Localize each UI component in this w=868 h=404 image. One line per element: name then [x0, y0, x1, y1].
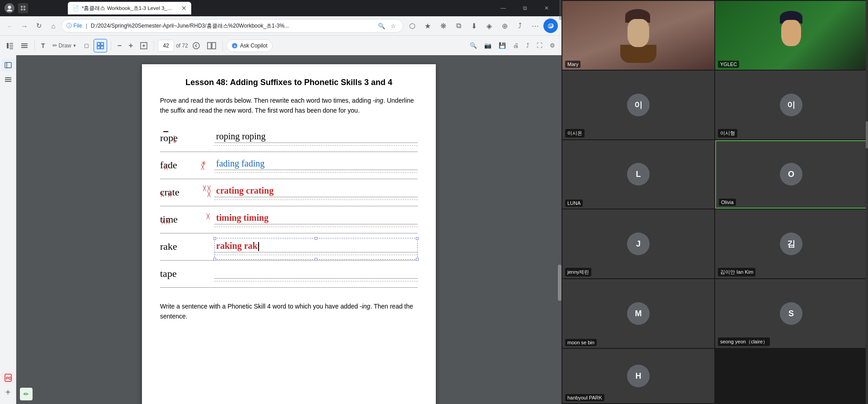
tab-title: *홈클래스 Workbook_초1-3 Level 3_최종.pdf: [82, 5, 177, 12]
participants-grid: Mary YGLEC 이 이시온 이 이시형: [561, 0, 868, 404]
edge-icon[interactable]: [543, 19, 558, 33]
page-number-input[interactable]: 42: [158, 40, 174, 52]
table-row: crate ╳ ╳ ╳ ╳ ╳ crating crating: [160, 179, 418, 206]
word-label: fade ✳ ╳ ╳: [160, 159, 214, 171]
participant-avatar: 이: [562, 71, 714, 139]
strip-list-btn[interactable]: [2, 73, 14, 86]
pdf-page: Lesson 48: Adding Suffixes to Phonetic S…: [142, 64, 436, 404]
address-search-icon[interactable]: 🔍: [377, 21, 387, 31]
svg-text:✦: ✦: [233, 44, 236, 48]
participant-name-yglec: YGLEC: [718, 61, 739, 68]
word-label: tape: [160, 268, 214, 280]
participant-tile: Mary: [562, 1, 714, 70]
word-label: time ╳ ╳ ╳: [160, 214, 214, 225]
writing-area: fading fading: [214, 156, 418, 175]
svg-rect-27: [5, 62, 11, 68]
word-rows: rope ×✳ roping roping fa: [160, 125, 418, 288]
tab-close-btn[interactable]: ✕: [181, 5, 187, 12]
collections-btn[interactable]: ❋: [436, 19, 450, 33]
refresh-btn[interactable]: ↻: [33, 19, 45, 32]
more-btn[interactable]: ⋯: [528, 19, 542, 33]
table-row: tape: [160, 261, 418, 288]
profile-btn[interactable]: [18, 3, 28, 13]
forward-btn[interactable]: →: [18, 19, 31, 32]
back-btn[interactable]: ←: [4, 19, 16, 32]
user-avatar[interactable]: [5, 3, 14, 13]
restore-btn[interactable]: ⧉: [514, 1, 535, 15]
svg-rect-30: [5, 79, 11, 80]
pdf-share-btn[interactable]: ⤴: [524, 39, 532, 52]
pdf-settings-btn[interactable]: ⚙: [547, 39, 558, 52]
participants-panel: Mary YGLEC 이 이시온 이 이시형: [561, 0, 868, 404]
minimize-btn[interactable]: —: [493, 1, 514, 15]
svg-rect-7: [7, 43, 9, 48]
participant-name: 이시형: [718, 129, 737, 138]
pdf-zoom-fit-btn[interactable]: [137, 39, 150, 52]
split-btn[interactable]: ⧉: [451, 19, 466, 33]
pdf-fit-page-btn[interactable]: [94, 39, 107, 52]
pdf-print-btn[interactable]: 🖨: [510, 39, 522, 52]
main-area: PDF + Lesson 48: Adding Suffixes to Phon…: [0, 55, 561, 404]
avatar-initials: M: [627, 302, 650, 325]
ask-copilot-btn[interactable]: ✦ Ask Copilot: [226, 39, 273, 52]
svg-rect-4: [21, 9, 23, 10]
favorites-btn[interactable]: ★: [420, 19, 435, 33]
svg-text:PDF: PDF: [6, 376, 12, 380]
writing-area: raking rak: [214, 236, 418, 257]
right-panel-scrollbar[interactable]: [866, 0, 868, 404]
avatar-initials: S: [780, 302, 802, 325]
strip-add-btn[interactable]: +: [2, 386, 14, 399]
svg-rect-29: [5, 77, 11, 78]
pen-tool-btn[interactable]: ✏: [20, 388, 33, 400]
page-input-group: 42 of 72: [158, 39, 188, 52]
participant-tile: 이 이시온: [562, 71, 714, 139]
table-row: rope ×✳ roping roping: [160, 125, 418, 152]
svg-rect-23: [208, 43, 211, 49]
pdf-snapshot-btn[interactable]: 📷: [481, 39, 494, 52]
svg-rect-5: [24, 9, 25, 10]
svg-rect-11: [9, 48, 13, 49]
pdf-eraser-btn[interactable]: ◻: [81, 39, 92, 52]
pdf-viewer[interactable]: Lesson 48: Adding Suffixes to Phonetic S…: [16, 55, 561, 404]
svg-rect-13: [21, 45, 28, 46]
close-btn[interactable]: ✕: [536, 1, 557, 15]
vertical-scrollbar[interactable]: [558, 55, 561, 404]
pdf-text-btn[interactable]: T: [38, 39, 48, 52]
pdf-zoom-minus-btn[interactable]: −: [115, 39, 124, 52]
draw-label: Draw: [59, 43, 71, 49]
svg-rect-2: [21, 6, 23, 8]
pdf-search-btn[interactable]: 🔍: [467, 39, 480, 52]
pdf-fullscreen-btn[interactable]: ⛶: [534, 39, 545, 52]
pdf-back-page-btn[interactable]: [190, 39, 203, 52]
extensions-btn[interactable]: ⬡: [405, 19, 420, 33]
pdf-save-btn[interactable]: 💾: [496, 39, 509, 52]
strip-sidebar-btn[interactable]: [2, 59, 14, 71]
home-btn[interactable]: ⌂: [47, 19, 60, 32]
share-btn-toolbar[interactable]: ⤴: [513, 19, 527, 33]
pdf-sidebar-btn[interactable]: [4, 39, 16, 52]
download-btn[interactable]: ⬇: [467, 19, 481, 33]
writing-line: [214, 266, 418, 279]
pdf-draw-btn[interactable]: ✏ Draw ▼: [50, 39, 80, 52]
svg-rect-9: [9, 45, 13, 46]
copilot-btn-toolbar[interactable]: ⊕: [497, 19, 512, 33]
pdf-two-page-btn[interactable]: [204, 39, 219, 52]
page-total-label: of 72: [176, 43, 188, 49]
address-text: D:/2024/Spring%20Semester-April~June/RHD…: [91, 22, 374, 30]
gamebar-btn[interactable]: ◈: [482, 19, 496, 33]
svg-rect-10: [9, 47, 13, 48]
address-bookmark-icon[interactable]: ☆: [388, 21, 398, 31]
word-label: crate ╳ ╳ ╳ ╳ ╳: [160, 186, 214, 198]
address-box[interactable]: ⓘ File | D:/2024/Spring%20Semester-April…: [61, 19, 403, 33]
browser-window: 📄 *홈클래스 Workbook_초1-3 Level 3_최종.pdf ✕ —…: [0, 0, 561, 404]
pdf-list-btn[interactable]: [18, 39, 31, 52]
participant-name: moon se bin: [565, 339, 597, 346]
avatar-initials: J: [627, 233, 650, 255]
writing-line: fading fading: [214, 157, 418, 170]
participant-name-mary: Mary: [565, 61, 580, 68]
participant-avatar: L: [562, 140, 714, 209]
strip-pdf-icon-btn[interactable]: PDF: [2, 371, 14, 384]
active-tab[interactable]: 📄 *홈클래스 Workbook_초1-3 Level 3_최종.pdf ✕: [68, 2, 191, 14]
pdf-zoom-plus-btn[interactable]: +: [126, 39, 136, 52]
toolbar-right: ⬡ ★ ❋ ⧉ ⬇ ◈ ⊕ ⤴ ⋯: [405, 19, 558, 33]
